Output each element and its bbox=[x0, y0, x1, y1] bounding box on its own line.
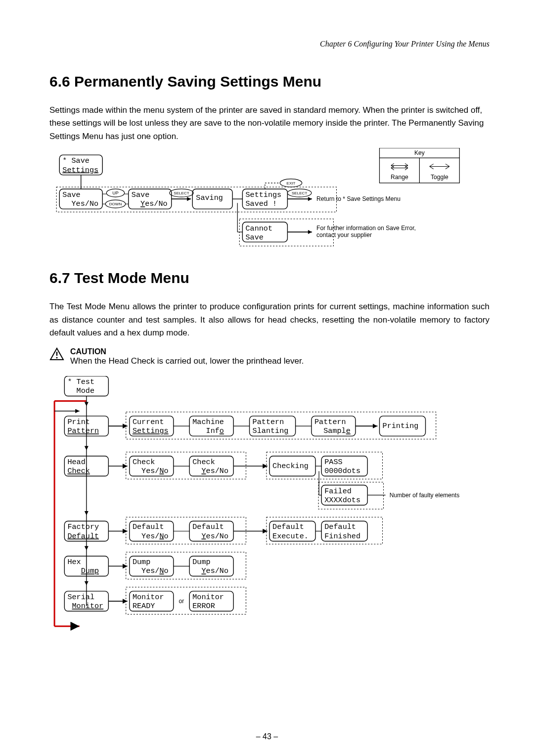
svg-text:Current: Current bbox=[133, 418, 164, 427]
svg-text:Hex: Hex bbox=[67, 558, 81, 567]
svg-text:Pattern: Pattern bbox=[253, 418, 284, 427]
svg-text:Head: Head bbox=[67, 458, 85, 467]
heading-6-6: 6.6 Permanently Saving Settings Menu bbox=[49, 73, 490, 90]
caution-label: CAUTION bbox=[70, 347, 106, 356]
btn-up: UP bbox=[112, 190, 119, 195]
svg-marker-17 bbox=[187, 197, 191, 201]
svg-text:Default: Default bbox=[67, 532, 99, 541]
svg-text:Finished: Finished bbox=[324, 532, 360, 541]
btn-down: DOWN bbox=[109, 202, 122, 206]
heading-6-7: 6.7 Test Mode Menu bbox=[49, 270, 490, 286]
svg-text:Default: Default bbox=[272, 523, 304, 532]
svg-text:Dump: Dump bbox=[192, 558, 210, 567]
para-6-7: The Test Mode Menu allows the printer to… bbox=[49, 300, 490, 339]
running-head: Chapter 6 Configuring Your Printer Using… bbox=[49, 40, 490, 48]
svg-text:For further information on Sav: For further information on Save Error, bbox=[316, 225, 416, 232]
cannot-l1: Cannot bbox=[245, 224, 272, 233]
saved-l2: Saved ! bbox=[245, 199, 277, 208]
svg-text:Yes/No: Yes/No bbox=[62, 199, 98, 208]
key-title: Key bbox=[414, 149, 425, 156]
svg-text:Monitor: Monitor bbox=[133, 593, 164, 602]
svg-text:Monitor: Monitor bbox=[192, 593, 224, 602]
key-toggle: Toggle bbox=[431, 174, 448, 181]
svg-marker-134 bbox=[85, 581, 89, 585]
svg-text:Yes/No: Yes/No bbox=[192, 567, 228, 576]
svg-text:0000dots: 0000dots bbox=[324, 467, 360, 476]
svg-text:Yes/No: Yes/No bbox=[192, 467, 228, 476]
diagram-test-mode: * Test Mode Print Pattern Current Settin… bbox=[49, 376, 490, 631]
save-yn1-l1: Save bbox=[62, 190, 80, 199]
cannot-l2: Save bbox=[245, 233, 263, 242]
svg-marker-26 bbox=[308, 197, 312, 201]
svg-text:Dump: Dump bbox=[133, 558, 150, 567]
svg-text:Factory: Factory bbox=[67, 523, 99, 532]
svg-text:Printing: Printing bbox=[383, 422, 419, 431]
saving: Saving bbox=[196, 193, 223, 202]
para-6-6: Settings made within the menu system of … bbox=[49, 104, 490, 143]
svg-marker-70 bbox=[85, 446, 89, 450]
diagram-save-settings: Key Range Toggle * Save Settings Save Ye… bbox=[49, 148, 490, 253]
svg-text:Serial: Serial bbox=[67, 593, 94, 602]
svg-text:Yes/No: Yes/No bbox=[192, 532, 228, 541]
svg-text:Execute.: Execute. bbox=[272, 532, 309, 541]
svg-text:or: or bbox=[179, 598, 184, 605]
svg-text:Slanting: Slanting bbox=[253, 427, 289, 436]
svg-text:Pattern: Pattern bbox=[67, 427, 99, 436]
svg-text:Yes/No: Yes/No bbox=[133, 567, 169, 576]
svg-text:Failed: Failed bbox=[324, 487, 352, 496]
btn-select: SELECT bbox=[174, 191, 189, 195]
svg-marker-33 bbox=[308, 230, 312, 234]
svg-text:Check: Check bbox=[192, 458, 215, 467]
svg-text:Pattern: Pattern bbox=[314, 418, 346, 427]
key-range: Range bbox=[391, 174, 408, 181]
svg-text:Check: Check bbox=[67, 467, 89, 476]
svg-text:Machine: Machine bbox=[192, 418, 224, 427]
svg-text:Number of faulty elements: Number of faulty elements bbox=[390, 492, 460, 499]
save-settings-l2: Settings bbox=[62, 166, 98, 175]
btn-exit: EXIT bbox=[287, 181, 296, 186]
svg-text:Info: Info bbox=[192, 427, 224, 436]
svg-text:Checking: Checking bbox=[272, 462, 309, 471]
svg-point-38 bbox=[56, 357, 57, 359]
save-settings-l1: * Save bbox=[62, 156, 89, 165]
svg-text:Settings: Settings bbox=[133, 427, 169, 436]
svg-text:Yes/No: Yes/No bbox=[133, 532, 169, 541]
svg-text:Default: Default bbox=[192, 523, 224, 532]
svg-text:XXXXdots: XXXXdots bbox=[324, 496, 360, 505]
svg-marker-45 bbox=[85, 402, 89, 406]
svg-text:Check: Check bbox=[133, 458, 155, 467]
save-yn2-l1: Save bbox=[132, 190, 149, 199]
svg-text:PASS: PASS bbox=[324, 458, 342, 467]
svg-text:Yes/No: Yes/No bbox=[133, 467, 169, 476]
svg-text:READY: READY bbox=[133, 602, 155, 611]
svg-marker-121 bbox=[85, 546, 89, 550]
saved-l1: Settings bbox=[245, 190, 281, 199]
page-number: – 43 – bbox=[0, 732, 534, 741]
svg-text:contact your supplier: contact your supplier bbox=[316, 232, 372, 238]
caution-text: When the Head Check is carried out, lowe… bbox=[70, 356, 304, 366]
page: Chapter 6 Configuring Your Printer Using… bbox=[0, 0, 534, 756]
svg-text:Monitor: Monitor bbox=[67, 602, 103, 611]
svg-text:Print: Print bbox=[67, 418, 89, 427]
svg-text:Default: Default bbox=[324, 523, 356, 532]
svg-text:Yes/No: Yes/No bbox=[132, 199, 168, 208]
return-text: Return to * Save Settings Menu bbox=[316, 195, 400, 202]
test-l2: Mode bbox=[67, 387, 94, 396]
warning-icon bbox=[49, 347, 64, 361]
caution-block: CAUTION When the Head Check is carried o… bbox=[49, 347, 490, 366]
svg-text:Sample: Sample bbox=[314, 427, 351, 436]
svg-text:ERROR: ERROR bbox=[192, 602, 215, 611]
btn-select2: SELECT bbox=[292, 191, 307, 195]
test-l1: * Test bbox=[67, 378, 94, 387]
svg-text:Default: Default bbox=[133, 523, 164, 532]
svg-text:Dump: Dump bbox=[67, 567, 99, 576]
svg-marker-99 bbox=[85, 511, 89, 515]
